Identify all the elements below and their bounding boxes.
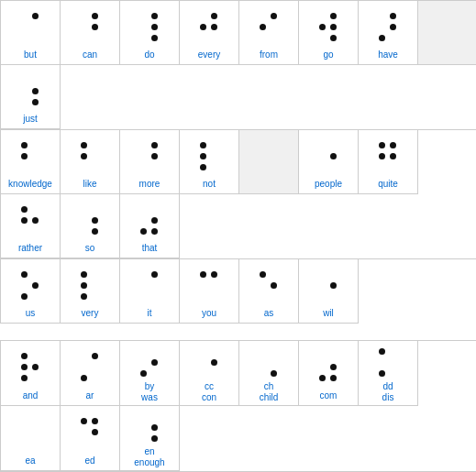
cell-ch-child-label: chchild <box>260 381 279 403</box>
cell-can: can <box>61 1 120 65</box>
cell-you: you <box>180 259 239 324</box>
braille-grid-1: but can do <box>0 0 476 129</box>
cell-not-label: not <box>203 179 216 192</box>
cell-every-label: every <box>198 49 220 62</box>
cell-more: more <box>120 130 180 194</box>
cell-people-label: people <box>315 179 342 192</box>
cell-but: but <box>1 1 61 65</box>
cell-us-label: us <box>26 308 36 321</box>
cell-quite-label: quite <box>378 179 398 192</box>
cell-and: and <box>1 341 61 406</box>
cell-empty-1 <box>418 1 476 65</box>
cell-just: just <box>1 65 61 129</box>
cell-ed: ed <box>61 406 120 471</box>
cell-as: as <box>239 259 299 324</box>
cell-it-label: it <box>148 308 152 321</box>
cell-wil-label: wil <box>323 308 334 321</box>
cell-that: that <box>120 194 180 258</box>
cell-from-label: from <box>260 49 278 62</box>
cell-not: not <box>180 130 239 194</box>
braille-grid-4: and ar bywas <box>0 340 476 471</box>
cell-it: it <box>120 259 180 324</box>
cell-more-label: more <box>139 179 161 192</box>
cell-and-label: and <box>23 390 39 403</box>
cell-like-label: like <box>83 179 96 192</box>
cell-so-label: so <box>85 243 95 256</box>
cell-com-label: com <box>320 390 338 403</box>
cell-rather: rather <box>1 194 61 258</box>
cell-very-label: very <box>82 308 99 321</box>
cell-very: very <box>61 259 120 324</box>
cell-ea-label: ea <box>25 456 35 468</box>
cell-ar-label: ar <box>86 390 94 403</box>
cell-just-label: just <box>23 114 38 126</box>
cell-from: from <box>239 1 299 65</box>
cell-go-label: go <box>323 49 333 62</box>
cell-so: so <box>61 194 120 258</box>
cell-people: people <box>299 130 359 194</box>
cell-en-enough: enenough <box>120 406 180 471</box>
cell-you-label: you <box>202 308 216 321</box>
cell-dd-dis-label: dddis <box>382 381 394 403</box>
cell-ea: ea <box>1 406 61 471</box>
braille-grid-2: knowledge like more <box>0 129 476 258</box>
cell-ar: ar <box>61 341 120 406</box>
section-gap <box>0 324 476 340</box>
cell-ch-child: chchild <box>239 341 299 406</box>
cell-rather-label: rather <box>18 243 42 256</box>
cell-knowledge-label: knowledge <box>8 179 52 192</box>
cell-com: com <box>299 341 359 406</box>
cell-go: go <box>299 1 359 65</box>
cell-that-label: that <box>142 243 158 256</box>
cell-us: us <box>1 259 61 324</box>
cell-knowledge: knowledge <box>1 130 61 194</box>
cell-quite: quite <box>359 130 418 194</box>
cell-have-label: have <box>378 49 398 62</box>
cell-empty-2 <box>239 130 299 194</box>
cell-but-label: but <box>24 49 37 62</box>
cell-do: do <box>120 1 180 65</box>
cell-as-label: as <box>264 308 274 321</box>
cell-have: have <box>359 1 418 65</box>
cell-ed-label: ed <box>84 456 94 468</box>
cell-by-was: bywas <box>120 341 180 406</box>
cell-do-label: do <box>144 49 154 62</box>
cell-dd-dis: dddis <box>359 341 418 406</box>
cell-can-label: can <box>83 49 97 62</box>
cell-cc-con: cccon <box>180 341 239 406</box>
cell-wil: wil <box>299 259 359 324</box>
braille-grid-3: us very it <box>0 258 476 324</box>
cell-en-enough-label: enenough <box>134 446 164 468</box>
cell-by-was-label: bywas <box>141 381 158 403</box>
cell-cc-con-label: cccon <box>202 381 216 403</box>
cell-every: every <box>180 1 239 65</box>
cell-like: like <box>61 130 120 194</box>
